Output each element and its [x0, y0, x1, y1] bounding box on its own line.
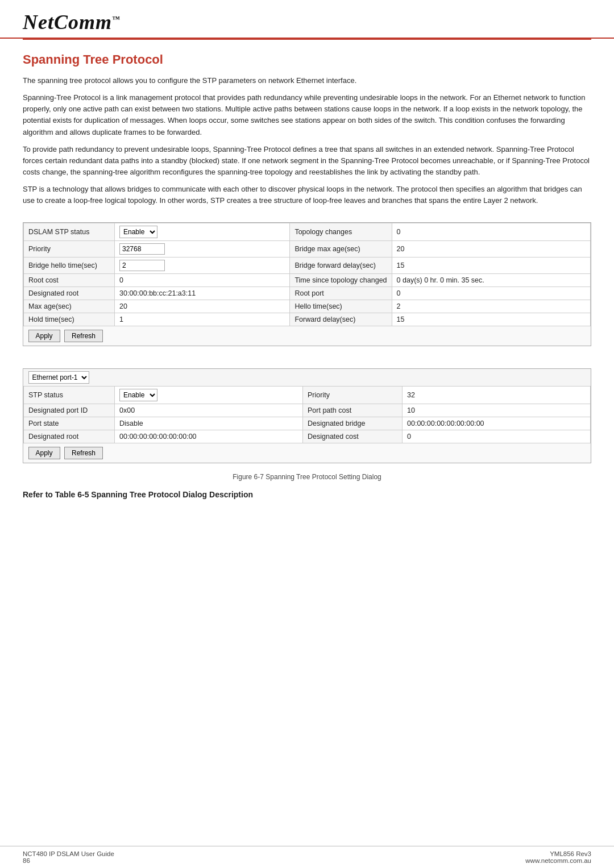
label-hold-time: Hold time(sec) [24, 313, 115, 326]
table-row: Root cost 0 Time since topology changed … [24, 274, 591, 287]
bridge-hello-time-input[interactable] [119, 260, 165, 271]
value-port-path-cost: 10 [403, 404, 591, 417]
page: NetComm™ Spanning Tree Protocol The span… [0, 0, 614, 868]
main-table-buttons-cell: Apply Refresh [24, 326, 591, 346]
table-row: Priority Bridge max age(sec) 20 [24, 241, 591, 258]
value-time-since-topology: 0 day(s) 0 hr. 0 min. 35 sec. [392, 274, 590, 287]
port-refresh-button[interactable]: Refresh [64, 447, 103, 459]
priority-input[interactable] [119, 243, 165, 255]
table-row: DSLAM STP status Enable Disable Topology… [24, 223, 591, 241]
port-select-cell: Ethernet port-1 Ethernet port-2 [24, 369, 591, 387]
value-dslam-stp-status[interactable]: Enable Disable [115, 223, 290, 241]
main-stp-table: DSLAM STP status Enable Disable Topology… [23, 223, 591, 346]
description-para-2: Spanning-Tree Protocol is a link managem… [23, 92, 591, 138]
label-port-path-cost: Port path cost [303, 404, 403, 417]
main-table-button-row: Apply Refresh [24, 326, 591, 346]
footer: NCT480 IP DSLAM User Guide 86 YML856 Rev… [0, 846, 614, 868]
label-hello-time: Hello time(sec) [290, 300, 392, 313]
value-root-port: 0 [392, 287, 590, 300]
value-hello-time: 2 [392, 300, 590, 313]
description-para-1: The spanning tree protocol allows you to… [23, 75, 591, 86]
label-designated-port-id: Designated port ID [24, 404, 115, 417]
trademark: ™ [112, 15, 121, 23]
description-para-3: To provide path redundancy to prevent un… [23, 144, 591, 178]
footer-left: NCT480 IP DSLAM User Guide 86 [23, 850, 114, 864]
label-root-port: Root port [290, 287, 392, 300]
main-refresh-button[interactable]: Refresh [64, 330, 103, 342]
footer-left-title: NCT480 IP DSLAM User Guide [23, 850, 114, 857]
label-bridge-max-age: Bridge max age(sec) [290, 241, 392, 258]
table-row: Designated root 00:00:00:00:00:00:00:00 … [24, 430, 591, 443]
value-forward-delay: 15 [392, 313, 590, 326]
table-row: Designated port ID 0x00 Port path cost 1… [24, 404, 591, 417]
value-designated-cost: 0 [403, 430, 591, 443]
port-select[interactable]: Ethernet port-1 Ethernet port-2 [28, 371, 89, 384]
value-bridge-hello-time[interactable] [115, 258, 290, 274]
value-topology-changes: 0 [392, 223, 590, 241]
label-port-stp-status: STP status [24, 387, 115, 404]
label-root-cost: Root cost [24, 274, 115, 287]
value-hold-time: 1 [115, 313, 290, 326]
table-row: Port state Disable Designated bridge 00:… [24, 417, 591, 430]
value-port-designated-root: 00:00:00:00:00:00:00:00 [115, 430, 303, 443]
table-row: Bridge hello time(sec) Bridge forward de… [24, 258, 591, 274]
footer-right-rev: YML856 Rev3 [525, 850, 591, 857]
description-para-4: STP is a technology that allows bridges … [23, 184, 591, 206]
main-content: Spanning Tree Protocol The spanning tree… [0, 40, 614, 846]
value-port-priority: 32 [403, 387, 591, 404]
label-max-age: Max age(sec) [24, 300, 115, 313]
label-topology-changes: Topology changes [290, 223, 392, 241]
label-dslam-stp-status: DSLAM STP status [24, 223, 115, 241]
port-table-buttons-cell: Apply Refresh [24, 443, 591, 463]
value-priority[interactable] [115, 241, 290, 258]
port-table-button-row: Apply Refresh [24, 443, 591, 463]
table-row: STP status Enable Disable Priority 32 [24, 387, 591, 404]
main-stp-table-wrapper: DSLAM STP status Enable Disable Topology… [23, 222, 591, 346]
label-port-state: Port state [24, 417, 115, 430]
table-row: Max age(sec) 20 Hello time(sec) 2 [24, 300, 591, 313]
table-row: Hold time(sec) 1 Forward delay(sec) 15 [24, 313, 591, 326]
port-stp-status-select[interactable]: Enable Disable [119, 389, 157, 401]
port-section: Ethernet port-1 Ethernet port-2 STP stat… [23, 358, 591, 470]
ref-text: Refer to Table 6-5 Spanning Tree Protoco… [23, 490, 591, 499]
label-port-designated-root: Designated root [24, 430, 115, 443]
main-apply-button[interactable]: Apply [28, 330, 60, 342]
dslam-stp-status-select[interactable]: Enable Disable [119, 226, 157, 238]
label-priority: Priority [24, 241, 115, 258]
page-title: Spanning Tree Protocol [23, 52, 591, 67]
value-bridge-forward-delay: 15 [392, 258, 590, 274]
label-designated-root: Designated root [24, 287, 115, 300]
value-designated-root: 30:00:00:bb:cc:21:a3:11 [115, 287, 290, 300]
figure-caption: Figure 6-7 Spanning Tree Protocol Settin… [23, 473, 591, 481]
table-row: Designated root 30:00:00:bb:cc:21:a3:11 … [24, 287, 591, 300]
value-root-cost: 0 [115, 274, 290, 287]
footer-right: YML856 Rev3 www.netcomm.com.au [525, 850, 591, 864]
port-apply-button[interactable]: Apply [28, 447, 60, 459]
header: NetComm™ [0, 0, 614, 39]
port-table-wrapper: Ethernet port-1 Ethernet port-2 STP stat… [23, 368, 591, 463]
label-designated-cost: Designated cost [303, 430, 403, 443]
value-max-age: 20 [115, 300, 290, 313]
label-port-priority: Priority [303, 387, 403, 404]
label-bridge-forward-delay: Bridge forward delay(sec) [290, 258, 392, 274]
port-select-row: Ethernet port-1 Ethernet port-2 [24, 369, 591, 387]
value-port-stp-status[interactable]: Enable Disable [115, 387, 303, 404]
value-bridge-max-age: 20 [392, 241, 590, 258]
logo: NetComm™ [23, 10, 121, 34]
footer-left-page: 86 [23, 857, 114, 864]
value-designated-port-id: 0x00 [115, 404, 303, 417]
label-forward-delay: Forward delay(sec) [290, 313, 392, 326]
label-time-since-topology: Time since topology changed [290, 274, 392, 287]
footer-right-url: www.netcomm.com.au [525, 857, 591, 864]
value-designated-bridge: 00:00:00:00:00:00:00:00 [403, 417, 591, 430]
label-bridge-hello-time: Bridge hello time(sec) [24, 258, 115, 274]
value-port-state: Disable [115, 417, 303, 430]
label-designated-bridge: Designated bridge [303, 417, 403, 430]
port-table: Ethernet port-1 Ethernet port-2 STP stat… [23, 369, 591, 463]
